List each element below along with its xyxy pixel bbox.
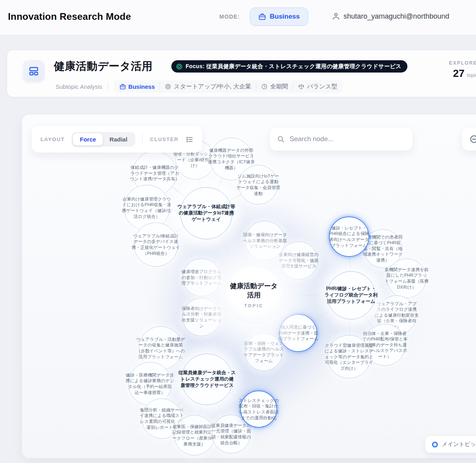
layout-force-button[interactable]: Force <box>73 133 103 145</box>
divider <box>108 82 108 90</box>
graph-node-n12[interactable]: 多機関データ連携を前提にしたPHRプラットフォーム基盤（医療DX向け） <box>387 258 426 298</box>
graph-node-label: 健診・医療機関データ連携による健診業務のデジタル化（予約〜結果取込〜事後措置） <box>125 372 174 395</box>
graph-node-label: PHR/健診・レセプト・ライフログ統合データ利活用プラットフォーム <box>324 286 378 304</box>
mode-label: MODE: <box>219 13 240 20</box>
graph-node-label: 健康機器データの外部クラウド/他社サービス連携コネクタ（ICT健康機器） <box>207 147 255 170</box>
graph-node-t0[interactable]: 健康活動データ活用TOPIC <box>225 267 282 324</box>
topic-tag: TOPIC <box>244 303 263 309</box>
graph-node-n11[interactable]: 健康増進プログラムの参加・行動ログ管理プラットフォーム <box>182 258 221 297</box>
subtopic-analysis-label: Subtopic Analysis <box>56 83 102 90</box>
graph-node-label: 企業向け健康管理クラウドにおけるPHR収集・連携ゲートウェイ（健診/生活ログ統合… <box>121 196 173 219</box>
cluster-list-icon[interactable] <box>186 136 194 143</box>
main-topic-legend-icon <box>432 441 438 448</box>
graph-node-n6[interactable]: ウェアラブル/体組成計データの多デバイス連携・正規化ゲートウェイ（PHR統合） <box>134 222 178 267</box>
graph-node-f1[interactable]: ウェアラブル・体組成計等の健康活動データIoT連携ゲートウェイ <box>180 187 232 239</box>
app-title: Innovation Research Mode <box>8 11 131 22</box>
mode-business-button[interactable]: Business <box>250 8 308 26</box>
briefcase-icon <box>258 13 266 21</box>
zoom-out-icon <box>469 134 476 144</box>
target-icon <box>165 83 171 90</box>
meta-balance[interactable]: バランス型 <box>298 83 337 90</box>
scale-icon <box>298 83 305 90</box>
graph-node-label: 個人同意に基づくPHRデータ連携・提供プラットフォーム <box>278 324 319 342</box>
briefcase-icon <box>119 83 126 90</box>
meta-filter-bar: Business スタートアップ/中小, 大企業 全期間 <box>114 80 343 93</box>
graph-node-f2[interactable]: PHR/健診・レセプト・ライフログ統合データ利活用プラットフォーム <box>327 271 375 320</box>
graph-node-n23[interactable]: 産業医・保健師面談の記録管理と就業判定ワークフロー（産業保健業務支援） <box>174 415 215 455</box>
graph-node-label: 従業員健康データ統合・ストレスチェック運用の健康管理クラウドサービス <box>178 370 236 388</box>
graph-node-label: 国保・健保向けデータヘルス業務の分析基盤ソリューション <box>243 232 287 249</box>
graph-node-n15[interactable]: 個人同意に基づくPHRデータ連携・提供プラットフォーム <box>279 314 317 352</box>
graph-node-label: 従業員健康データの一元管理（健診・面談・就業配慮情報の統合台帳） <box>209 423 253 446</box>
graph-node-label: 企業向け健康経営のデータ可視化・施策運用支援サービス <box>277 252 320 269</box>
graph-node-label: ストレスチェックの配布・回収・集計から高ストレス者面談までの運用自動化 <box>238 398 279 421</box>
main-topic-legend[interactable]: メイントピック <box>425 436 476 453</box>
graph-node-label: 健診・レセプト・PHR統合による保険者向けヘルスデータプラットフォーム <box>327 225 371 248</box>
graph-node-n14[interactable]: 保険者向けデータヘルス分析・対象者抽出支援ソリューション <box>182 298 221 336</box>
graph-node-label: 健康増進プログラムの参加・行動ログ管理プラットフォーム <box>180 269 223 286</box>
graph-node-n19[interactable]: クラウド型健康管理基盤による健診・ストレスチェック等のデータ集約と可視化（エンタ… <box>327 335 371 379</box>
focus-badge-text: Focus: 従業員健康データ統合・ストレスチェック運用の健康管理クラウドサービ… <box>186 63 401 70</box>
graph-node-label: 医療・保険・ウェアラブル連携のヘルスケアデータプラットフォーム <box>242 341 285 364</box>
graph-node-n21[interactable]: ストレスチェックの配布・回収・集計から高ストレス者面談までの運用自動化 <box>240 390 277 428</box>
meta-audience[interactable]: スタートアップ/中小, 大企業 <box>165 83 251 90</box>
graph-node-label: ウェアラブル・体組成計等の健康活動データIoT連携ゲートウェイ <box>177 204 236 222</box>
graph-node-label: クラウド型健康管理基盤による健診・ストレスチェック等のデータ集約と可視化（エンタ… <box>324 342 373 371</box>
layout-segmented-control: Force Radial <box>72 132 135 147</box>
graph-node-f3[interactable]: 従業員健康データ統合・ストレスチェック運用の健康管理クラウドサービス <box>181 354 233 405</box>
toolbar-divider <box>142 134 143 145</box>
page-title: 健康活動データ活用 <box>54 59 153 73</box>
divider <box>256 82 256 90</box>
cluster-label: CLUSTER <box>150 136 178 142</box>
layout-toolbar: LAYOUT Force Radial CLUSTER <box>32 126 202 153</box>
layout-label: LAYOUT <box>40 136 65 142</box>
graph-node-label: ウェアラブル・活動量データの収集と健康施策（歩数イベント等）への活用プラットフォ… <box>136 337 185 360</box>
graph-node-n8[interactable]: 企業向け健康経営のデータ可視化・施策運用支援サービス <box>280 241 318 279</box>
dashboard-icon <box>23 60 44 82</box>
app-header: Innovation Research Mode MODE: Business … <box>0 0 476 35</box>
graph-node-label: ジム施設向けIoTゲートウェイによる運動データ収集・会員管理連動 <box>236 173 280 196</box>
explore-label: EXPLORE <box>449 60 476 66</box>
graph-node-label: ウェアラブル/体組成計データの多デバイス連携・正規化ゲートウェイ（PHR統合） <box>131 233 180 256</box>
user-icon <box>332 12 340 21</box>
explore-count: 27topics <box>453 67 476 80</box>
focus-badge: Focus: 従業員健康データ統合・ストレスチェック運用の健康管理クラウドサービ… <box>171 60 407 73</box>
search-node-input[interactable] <box>290 135 405 143</box>
graph-node-label: 体組成計・健康機器のクラウドデータ管理（アカウント連携/データ共有） <box>130 165 179 182</box>
clock-icon <box>261 83 268 90</box>
zoom-out-button[interactable] <box>462 128 476 151</box>
divider <box>159 82 160 90</box>
graph-node-n4[interactable]: ジム施設向けIoTゲートウェイによる運動データ収集・会員管理連動 <box>238 165 278 205</box>
topic-header-card: 健康活動データ活用 Focus: 従業員健康データ統合・ストレスチェック運用の健… <box>7 50 476 97</box>
divider <box>293 82 293 90</box>
graph-node-label: 健康活動データ活用 <box>229 282 279 300</box>
graph-node-n9[interactable]: 健診・レセプト・PHR統合による保険者向けヘルスデータプラットフォーム <box>329 216 369 257</box>
meta-business[interactable]: Business <box>119 83 155 90</box>
graph-node-label: 多機関データ連携を前提にしたPHRプラットフォーム基盤（医療DX向け） <box>384 267 429 290</box>
main-topic-legend-label: メイントピック <box>442 441 476 448</box>
meta-period[interactable]: 全期間 <box>261 83 288 90</box>
user-account[interactable]: shutaro_yamaguchi@northbound <box>332 12 449 21</box>
search-node-box <box>270 128 413 151</box>
user-email: shutaro_yamaguchi@northbound <box>344 12 449 21</box>
target-icon <box>176 63 183 70</box>
search-icon <box>277 135 285 143</box>
layout-radial-button[interactable]: Radial <box>103 133 134 145</box>
graph-node-label: 保険者向けデータヘルス分析・対象者抽出支援ソリューション <box>180 306 223 329</box>
